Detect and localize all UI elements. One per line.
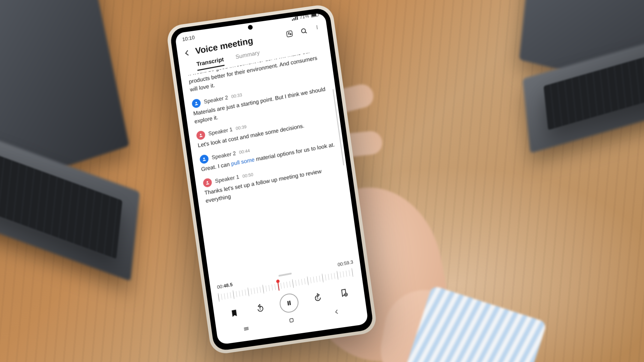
add-bookmark-button[interactable] bbox=[336, 285, 352, 301]
svg-point-6 bbox=[195, 102, 197, 103]
svg-point-5 bbox=[317, 28, 318, 29]
bookmark-button[interactable] bbox=[226, 305, 242, 321]
transcript-list[interactable]: It would be good investment for us. It w… bbox=[181, 49, 359, 284]
speaker-name: Speaker 1 bbox=[208, 126, 233, 137]
time-current: 00:48.5 bbox=[217, 282, 233, 290]
entry-timestamp: 00:39 bbox=[235, 124, 247, 131]
svg-point-7 bbox=[200, 133, 202, 135]
svg-text:5: 5 bbox=[259, 307, 261, 311]
speaker-avatar-icon bbox=[192, 98, 201, 109]
svg-rect-12 bbox=[289, 301, 291, 305]
speaker-name: Speaker 1 bbox=[215, 174, 239, 184]
entry-timestamp: 00:44 bbox=[239, 148, 250, 155]
more-icon[interactable] bbox=[314, 24, 320, 33]
speaker-name: Speaker 2 bbox=[204, 95, 228, 105]
speaker-name: Speaker 2 bbox=[211, 150, 236, 161]
photo-background: 10:10 71% Voice meetin bbox=[0, 0, 644, 362]
sheet-handle[interactable] bbox=[278, 273, 292, 277]
phone-bezel: 10:10 71% Voice meetin bbox=[169, 7, 374, 351]
speaker-avatar-icon bbox=[199, 154, 209, 164]
entry-timestamp: 00:33 bbox=[231, 92, 242, 99]
nav-home[interactable] bbox=[288, 316, 296, 325]
svg-point-8 bbox=[203, 157, 205, 159]
phone-screen: 10:10 71% Voice meetin bbox=[175, 12, 369, 345]
battery-pct: 71% bbox=[299, 13, 309, 20]
search-icon[interactable] bbox=[300, 26, 308, 35]
signal-icon bbox=[291, 16, 298, 21]
rewind-5-button[interactable]: 5 bbox=[253, 300, 268, 316]
svg-line-15 bbox=[244, 327, 248, 328]
svg-line-2 bbox=[305, 32, 307, 33]
time-total: 00:59.3 bbox=[337, 259, 354, 267]
status-time: 10:10 bbox=[182, 34, 195, 42]
back-icon[interactable] bbox=[183, 49, 192, 57]
tab-transcript[interactable]: Transcript bbox=[196, 56, 225, 71]
pause-button[interactable] bbox=[278, 292, 300, 314]
nav-back[interactable] bbox=[333, 308, 341, 317]
speaker-avatar-icon bbox=[196, 130, 206, 140]
entry-timestamp: 00:50 bbox=[242, 172, 254, 179]
svg-point-9 bbox=[207, 181, 208, 183]
translate-icon[interactable] bbox=[285, 29, 294, 38]
svg-point-4 bbox=[317, 27, 318, 28]
svg-point-1 bbox=[301, 28, 306, 33]
forward-5-button[interactable]: 5 bbox=[310, 290, 325, 306]
speaker-avatar-icon bbox=[203, 178, 212, 188]
svg-rect-11 bbox=[287, 301, 289, 305]
tab-summary[interactable]: Summary bbox=[235, 49, 261, 63]
time-current-value: 48.5 bbox=[223, 282, 233, 289]
svg-line-17 bbox=[244, 329, 249, 330]
phone: 10:10 71% Voice meetin bbox=[166, 3, 378, 355]
svg-line-16 bbox=[244, 328, 248, 329]
svg-text:5: 5 bbox=[316, 296, 318, 300]
status-right: 71% bbox=[291, 12, 319, 21]
nav-recents[interactable] bbox=[243, 325, 250, 334]
svg-point-3 bbox=[316, 25, 317, 26]
svg-rect-18 bbox=[289, 318, 293, 322]
battery-icon bbox=[311, 12, 318, 17]
phone-frame: 10:10 71% Voice meetin bbox=[166, 3, 378, 355]
